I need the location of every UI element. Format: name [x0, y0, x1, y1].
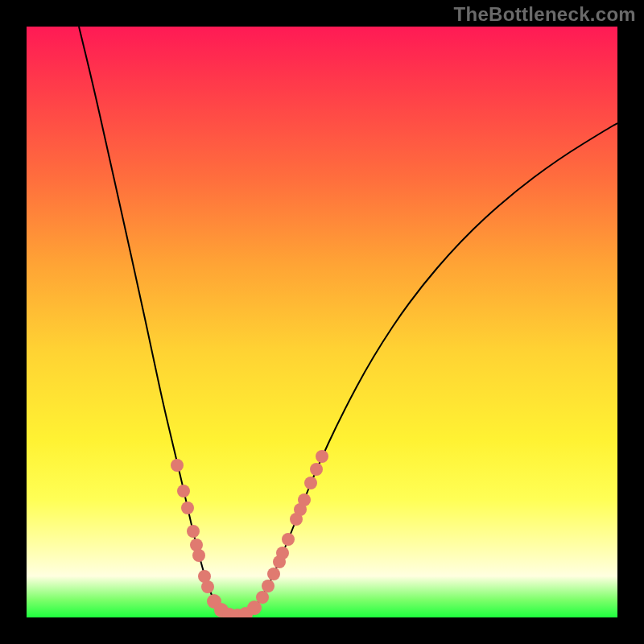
chart-frame: TheBottleneck.com — [0, 0, 644, 644]
watermark-text: TheBottleneck.com — [454, 3, 636, 26]
plot-area — [27, 27, 617, 617]
